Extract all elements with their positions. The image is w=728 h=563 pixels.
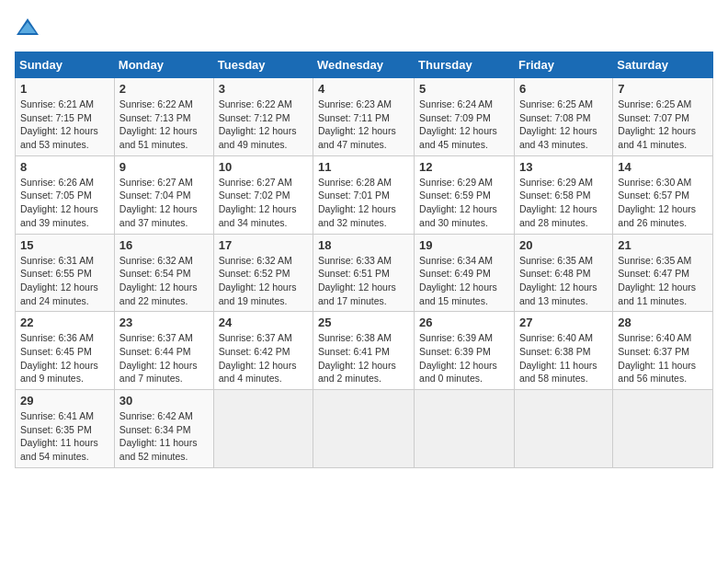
day-cell: 21 Sunrise: 6:35 AMSunset: 6:47 PMDaylig… [613, 234, 713, 312]
day-detail: Sunrise: 6:26 AMSunset: 7:05 PMDaylight:… [20, 177, 98, 228]
day-cell: 9 Sunrise: 6:27 AMSunset: 7:04 PMDayligh… [114, 155, 213, 234]
day-number: 26 [419, 316, 509, 329]
col-header-saturday: Saturday [613, 52, 713, 78]
day-number: 8 [20, 160, 109, 174]
day-detail: Sunrise: 6:39 AMSunset: 6:39 PMDaylight:… [419, 332, 497, 384]
day-detail: Sunrise: 6:38 AMSunset: 6:41 PMDaylight:… [318, 332, 396, 384]
col-header-friday: Friday [514, 52, 612, 78]
col-header-thursday: Thursday [415, 52, 515, 78]
day-number: 24 [219, 316, 308, 329]
day-cell: 5 Sunrise: 6:24 AMSunset: 7:09 PMDayligh… [415, 78, 515, 156]
day-cell: 6 Sunrise: 6:25 AMSunset: 7:08 PMDayligh… [514, 78, 612, 156]
day-cell [613, 390, 713, 468]
day-detail: Sunrise: 6:35 AMSunset: 6:48 PMDaylight:… [519, 255, 597, 306]
header-row: SundayMondayTuesdayWednesdayThursdayFrid… [16, 52, 713, 78]
day-detail: Sunrise: 6:42 AMSunset: 6:34 PMDaylight:… [119, 410, 198, 462]
day-detail: Sunrise: 6:37 AMSunset: 6:44 PMDaylight:… [119, 332, 198, 384]
day-detail: Sunrise: 6:29 AMSunset: 6:59 PMDaylight:… [419, 177, 497, 228]
day-cell: 13 Sunrise: 6:29 AMSunset: 6:58 PMDaylig… [514, 155, 612, 234]
day-number: 5 [419, 82, 509, 96]
day-cell: 26 Sunrise: 6:39 AMSunset: 6:39 PMDaylig… [415, 312, 515, 390]
day-cell [313, 390, 415, 468]
day-detail: Sunrise: 6:37 AMSunset: 6:42 PMDaylight:… [219, 332, 297, 384]
day-number: 15 [20, 238, 109, 252]
day-number: 28 [618, 316, 708, 329]
week-row-1: 1 Sunrise: 6:21 AMSunset: 7:15 PMDayligh… [16, 78, 713, 156]
logo [15, 15, 44, 40]
day-detail: Sunrise: 6:25 AMSunset: 7:08 PMDaylight:… [519, 98, 597, 150]
day-detail: Sunrise: 6:21 AMSunset: 7:15 PMDaylight:… [20, 98, 98, 150]
day-number: 2 [119, 82, 209, 96]
day-cell: 15 Sunrise: 6:31 AMSunset: 6:55 PMDaylig… [16, 234, 115, 312]
day-cell: 10 Sunrise: 6:27 AMSunset: 7:02 PMDaylig… [213, 155, 313, 234]
day-cell: 3 Sunrise: 6:22 AMSunset: 7:12 PMDayligh… [213, 78, 313, 156]
day-number: 29 [20, 394, 109, 408]
day-number: 12 [419, 160, 509, 174]
day-detail: Sunrise: 6:36 AMSunset: 6:45 PMDaylight:… [20, 332, 98, 384]
day-cell: 16 Sunrise: 6:32 AMSunset: 6:54 PMDaylig… [114, 234, 213, 312]
day-detail: Sunrise: 6:40 AMSunset: 6:37 PMDaylight:… [618, 332, 696, 384]
day-cell: 29 Sunrise: 6:41 AMSunset: 6:35 PMDaylig… [16, 390, 115, 468]
day-detail: Sunrise: 6:40 AMSunset: 6:38 PMDaylight:… [519, 332, 597, 384]
day-cell: 27 Sunrise: 6:40 AMSunset: 6:38 PMDaylig… [514, 312, 612, 390]
day-detail: Sunrise: 6:32 AMSunset: 6:54 PMDaylight:… [119, 255, 198, 306]
col-header-sunday: Sunday [16, 52, 115, 78]
day-detail: Sunrise: 6:31 AMSunset: 6:55 PMDaylight:… [20, 255, 98, 306]
day-cell: 12 Sunrise: 6:29 AMSunset: 6:59 PMDaylig… [415, 155, 515, 234]
day-detail: Sunrise: 6:22 AMSunset: 7:13 PMDaylight:… [119, 98, 198, 150]
day-number: 16 [119, 238, 209, 252]
day-cell: 24 Sunrise: 6:37 AMSunset: 6:42 PMDaylig… [213, 312, 313, 390]
day-detail: Sunrise: 6:32 AMSunset: 6:52 PMDaylight:… [219, 255, 297, 306]
week-row-4: 22 Sunrise: 6:36 AMSunset: 6:45 PMDaylig… [16, 312, 713, 390]
day-detail: Sunrise: 6:23 AMSunset: 7:11 PMDaylight:… [318, 98, 396, 150]
day-number: 13 [519, 160, 608, 174]
day-cell: 19 Sunrise: 6:34 AMSunset: 6:49 PMDaylig… [415, 234, 515, 312]
day-cell: 22 Sunrise: 6:36 AMSunset: 6:45 PMDaylig… [16, 312, 115, 390]
day-detail: Sunrise: 6:25 AMSunset: 7:07 PMDaylight:… [618, 98, 696, 150]
week-row-2: 8 Sunrise: 6:26 AMSunset: 7:05 PMDayligh… [16, 155, 713, 234]
day-cell: 18 Sunrise: 6:33 AMSunset: 6:51 PMDaylig… [313, 234, 415, 312]
day-number: 9 [119, 160, 209, 174]
day-cell: 20 Sunrise: 6:35 AMSunset: 6:48 PMDaylig… [514, 234, 612, 312]
day-number: 4 [318, 82, 409, 96]
day-cell [213, 390, 313, 468]
day-detail: Sunrise: 6:28 AMSunset: 7:01 PMDaylight:… [318, 177, 396, 228]
week-row-3: 15 Sunrise: 6:31 AMSunset: 6:55 PMDaylig… [16, 234, 713, 312]
col-header-monday: Monday [114, 52, 213, 78]
day-number: 18 [318, 238, 409, 252]
day-cell: 23 Sunrise: 6:37 AMSunset: 6:44 PMDaylig… [114, 312, 213, 390]
day-cell: 8 Sunrise: 6:26 AMSunset: 7:05 PMDayligh… [16, 155, 115, 234]
page-header [15, 15, 713, 40]
logo-icon [15, 15, 40, 40]
day-number: 1 [20, 82, 109, 96]
day-detail: Sunrise: 6:29 AMSunset: 6:58 PMDaylight:… [519, 177, 597, 228]
day-number: 27 [519, 316, 608, 329]
day-cell: 30 Sunrise: 6:42 AMSunset: 6:34 PMDaylig… [114, 390, 213, 468]
day-cell: 11 Sunrise: 6:28 AMSunset: 7:01 PMDaylig… [313, 155, 415, 234]
day-number: 10 [219, 160, 308, 174]
day-detail: Sunrise: 6:33 AMSunset: 6:51 PMDaylight:… [318, 255, 396, 306]
day-detail: Sunrise: 6:24 AMSunset: 7:09 PMDaylight:… [419, 98, 497, 150]
day-detail: Sunrise: 6:22 AMSunset: 7:12 PMDaylight:… [219, 98, 297, 150]
day-number: 30 [119, 394, 209, 408]
day-detail: Sunrise: 6:34 AMSunset: 6:49 PMDaylight:… [419, 255, 497, 306]
col-header-wednesday: Wednesday [313, 52, 415, 78]
day-cell [415, 390, 515, 468]
day-cell: 7 Sunrise: 6:25 AMSunset: 7:07 PMDayligh… [613, 78, 713, 156]
day-detail: Sunrise: 6:27 AMSunset: 7:04 PMDaylight:… [119, 177, 198, 228]
day-cell: 1 Sunrise: 6:21 AMSunset: 7:15 PMDayligh… [16, 78, 115, 156]
day-detail: Sunrise: 6:30 AMSunset: 6:57 PMDaylight:… [618, 177, 696, 228]
day-number: 6 [519, 82, 608, 96]
day-number: 11 [318, 160, 409, 174]
day-cell: 28 Sunrise: 6:40 AMSunset: 6:37 PMDaylig… [613, 312, 713, 390]
calendar-table: SundayMondayTuesdayWednesdayThursdayFrid… [15, 52, 713, 468]
day-number: 25 [318, 316, 409, 329]
day-cell: 25 Sunrise: 6:38 AMSunset: 6:41 PMDaylig… [313, 312, 415, 390]
day-number: 3 [219, 82, 308, 96]
day-detail: Sunrise: 6:35 AMSunset: 6:47 PMDaylight:… [618, 255, 696, 306]
day-number: 19 [419, 238, 509, 252]
day-cell: 14 Sunrise: 6:30 AMSunset: 6:57 PMDaylig… [613, 155, 713, 234]
day-cell [514, 390, 612, 468]
day-number: 14 [618, 160, 708, 174]
day-detail: Sunrise: 6:41 AMSunset: 6:35 PMDaylight:… [20, 410, 98, 462]
